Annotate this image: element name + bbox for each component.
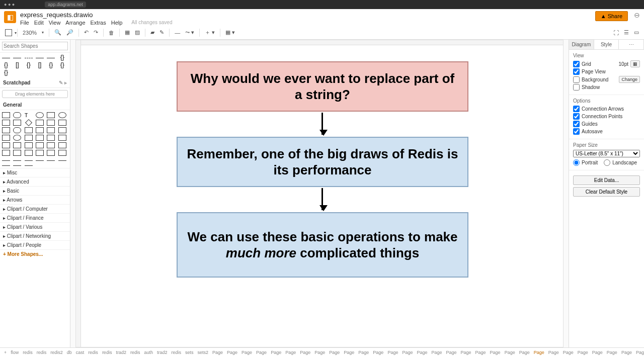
line-color-icon[interactable]: ✎ xyxy=(159,29,164,36)
page-tab[interactable]: Page xyxy=(445,350,458,355)
canvas-area[interactable]: Why would we ever want to replace part o… xyxy=(70,40,569,347)
flow-box-3[interactable]: We can use these basic operations to mak… xyxy=(177,212,468,278)
grid-checkbox[interactable] xyxy=(573,61,580,67)
landscape-radio[interactable] xyxy=(604,159,610,166)
table-icon[interactable]: ▦ ▾ xyxy=(225,29,235,36)
page-tab[interactable]: Page xyxy=(547,350,560,355)
scratchpad-drop[interactable]: Drag elements here xyxy=(2,90,68,98)
edit-data-button[interactable]: Edit Data... xyxy=(573,175,640,185)
cat-clip-finance[interactable]: ▸ Clipart / Finance xyxy=(0,213,70,222)
pageview-checkbox[interactable] xyxy=(573,68,580,75)
flow-arrow-2[interactable] xyxy=(321,188,323,210)
document-title[interactable]: express_requests.drawio xyxy=(20,11,595,19)
cat-clip-various[interactable]: ▸ Clipart / Various xyxy=(0,222,70,231)
page-tab[interactable]: redis xyxy=(36,350,48,355)
cat-clip-people[interactable]: ▸ Clipart / People xyxy=(0,240,70,249)
tab-extra[interactable]: ⋯ xyxy=(619,40,644,49)
page-tab[interactable]: Page xyxy=(504,350,516,355)
waypoints-icon[interactable]: ⤳ ▾ xyxy=(185,29,194,36)
page-tab[interactable]: Page xyxy=(577,350,589,355)
page-tab[interactable]: Page xyxy=(255,350,268,355)
general-shapes-palette[interactable]: T xyxy=(0,110,70,168)
page-tab[interactable]: redis xyxy=(170,350,182,355)
page-tab[interactable]: flow xyxy=(10,350,20,355)
page-tab[interactable]: sets xyxy=(184,350,195,355)
delete-icon[interactable]: 🗑 xyxy=(109,30,114,36)
page-tab[interactable]: Page xyxy=(562,350,575,355)
page-tab[interactable]: trad2 xyxy=(156,350,169,355)
page-tab[interactable]: redis2 xyxy=(49,350,64,355)
page-tab[interactable]: Page xyxy=(533,350,545,355)
to-back-icon[interactable]: ▨ xyxy=(135,29,140,36)
page-tab[interactable]: redis xyxy=(129,350,141,355)
page-tab[interactable]: Page xyxy=(211,350,224,355)
page-tab[interactable]: auth xyxy=(143,350,154,355)
page-tab[interactable]: Page xyxy=(460,350,472,355)
page-tab[interactable]: Page xyxy=(226,350,238,355)
menu-help[interactable]: Help xyxy=(111,20,123,26)
add-page-button[interactable]: + xyxy=(3,350,8,355)
change-bg-button[interactable]: Change xyxy=(619,76,640,83)
cat-advanced[interactable]: ▸ Advanced xyxy=(0,177,70,186)
cat-clip-networking[interactable]: ▸ Clipart / Networking xyxy=(0,231,70,240)
tab-diagram[interactable]: Diagram xyxy=(569,40,594,49)
search-shapes-input[interactable] xyxy=(2,42,68,50)
to-front-icon[interactable]: ▦ xyxy=(125,29,130,36)
url-bar[interactable]: app.diagrams.net xyxy=(45,2,86,8)
page-tab[interactable]: Page xyxy=(635,350,644,355)
menu-extras[interactable]: Extras xyxy=(91,20,106,26)
quick-shapes-palette[interactable]: {} {}[]{}[]{}{} {} xyxy=(0,53,70,78)
flow-box-2[interactable]: Remember, one of the big draws of Redis … xyxy=(177,137,468,187)
page-tab[interactable]: Page xyxy=(240,350,253,355)
menu-file[interactable]: File xyxy=(20,20,29,26)
page-tab[interactable]: Page xyxy=(357,350,370,355)
page-tab[interactable]: cast xyxy=(75,350,86,355)
page-tab[interactable]: Page xyxy=(299,350,311,355)
menu-view[interactable]: View xyxy=(49,20,61,26)
portrait-radio[interactable] xyxy=(573,159,580,166)
clear-style-button[interactable]: Clear Default Style xyxy=(573,187,640,197)
grid-color-icon[interactable]: ▦ xyxy=(630,60,640,67)
share-button[interactable]: ▲ Share xyxy=(595,11,628,21)
zoom-in-icon[interactable]: 🔍 xyxy=(54,29,61,36)
outline-icon[interactable]: ▭ xyxy=(634,29,639,36)
flow-arrow-1[interactable] xyxy=(321,113,323,135)
page-tab[interactable]: Page xyxy=(518,350,531,355)
conn-arrows-checkbox[interactable] xyxy=(573,106,580,112)
zoom-out-icon[interactable]: 🔎 xyxy=(66,29,73,36)
page-tab[interactable]: Page xyxy=(416,350,428,355)
zoom-select[interactable]: 230% xyxy=(23,30,37,36)
more-shapes[interactable]: + More Shapes... xyxy=(0,249,70,258)
page-tab[interactable]: Page xyxy=(270,350,282,355)
page-tab[interactable]: Page xyxy=(430,350,443,355)
grid-size[interactable]: 10pt xyxy=(619,61,628,67)
page-tab[interactable]: Page xyxy=(401,350,414,355)
cat-arrows[interactable]: ▸ Arrows xyxy=(0,195,70,204)
page-tab[interactable]: Page xyxy=(620,350,633,355)
menu-arrange[interactable]: Arrange xyxy=(65,20,85,26)
page-tab[interactable]: Page xyxy=(606,350,618,355)
format-panel-icon[interactable]: ☰ xyxy=(624,29,629,36)
redo-icon[interactable]: ↷ xyxy=(94,29,98,36)
tab-style[interactable]: Style xyxy=(594,40,619,49)
page-tab[interactable]: redis xyxy=(22,350,34,355)
fullscreen-icon[interactable]: ⛶ xyxy=(613,30,619,36)
background-checkbox[interactable] xyxy=(573,76,580,83)
connection-icon[interactable]: ― xyxy=(175,30,180,36)
page-tab[interactable]: Page xyxy=(474,350,487,355)
general-header[interactable]: General xyxy=(0,100,70,110)
page-tab[interactable]: Page xyxy=(489,350,502,355)
page-tab[interactable]: redis xyxy=(101,350,113,355)
page-tab[interactable]: redis xyxy=(87,350,99,355)
page-tab[interactable]: Page xyxy=(313,350,326,355)
panel-close-icon[interactable]: ⊖ xyxy=(634,11,640,19)
flow-box-1[interactable]: Why would we ever want to replace part o… xyxy=(177,61,468,112)
page-tab[interactable]: Page xyxy=(372,350,384,355)
cat-clip-computer[interactable]: ▸ Clipart / Computer xyxy=(0,204,70,213)
shadow-checkbox[interactable] xyxy=(573,84,580,90)
page-tab[interactable]: Page xyxy=(284,350,297,355)
cat-misc[interactable]: ▸ Misc xyxy=(0,168,70,177)
conn-points-checkbox[interactable] xyxy=(573,113,580,120)
page-tab[interactable]: Page xyxy=(591,350,604,355)
page-tab[interactable]: trad2 xyxy=(115,350,127,355)
